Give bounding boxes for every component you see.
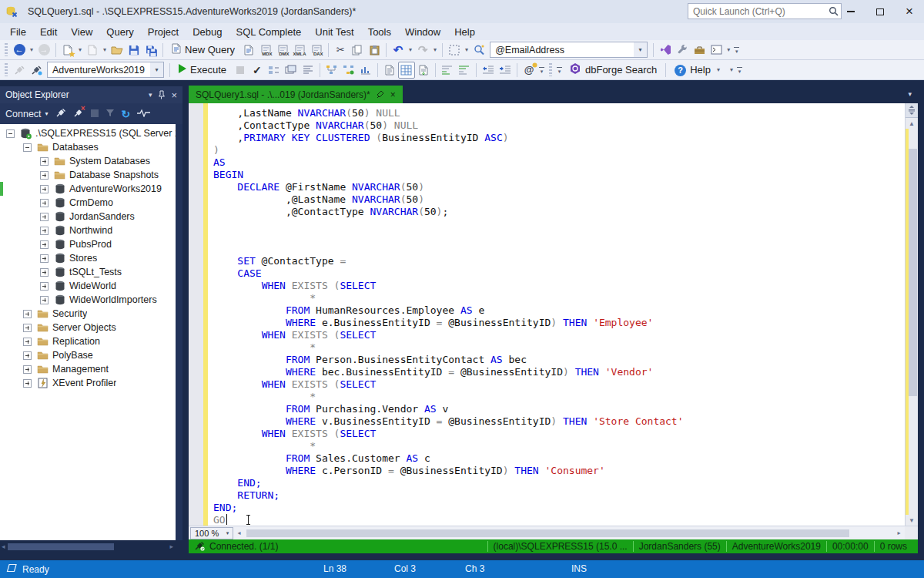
tree-item-stores[interactable]: Stores <box>0 251 182 265</box>
caret-down-icon[interactable]: ▾ <box>407 46 414 53</box>
tab-close-icon[interactable]: × <box>390 89 396 100</box>
add-item-icon[interactable] <box>84 42 101 59</box>
menu-debug[interactable]: Debug <box>186 24 229 40</box>
cut-icon[interactable]: ✂ <box>332 42 349 59</box>
code-area[interactable]: ,LastName NVARCHAR(50) NULL ,ContactType… <box>208 103 918 526</box>
xmla-query-icon[interactable]: XMLA <box>291 42 308 59</box>
menu-file[interactable]: File <box>3 24 33 40</box>
tree-item-security[interactable]: Security <box>0 307 182 321</box>
caret-down-icon[interactable]: ▾ <box>28 46 35 53</box>
quick-launch-input[interactable] <box>688 6 825 17</box>
dmx-query-icon[interactable]: DMX <box>274 42 291 59</box>
tree-expander-plus[interactable] <box>23 338 32 346</box>
change-connection-icon[interactable] <box>28 62 45 79</box>
help-button[interactable]: ?Help▾ <box>669 62 728 79</box>
menu-sql-complete[interactable]: SQL Complete <box>229 24 309 40</box>
toolbar-overflow-icon[interactable]: ▾ <box>537 67 546 73</box>
caret-down-icon[interactable]: ▾ <box>150 62 163 77</box>
email-template-icon[interactable]: @ <box>521 62 537 79</box>
navigate-icon[interactable] <box>470 42 487 59</box>
tree-item-northwind[interactable]: Northwind <box>0 223 182 237</box>
tab-pin-icon[interactable] <box>377 89 384 100</box>
outdent-icon[interactable] <box>480 62 497 79</box>
tree-item-adventureworks2019[interactable]: AdventureWorks2019 <box>0 182 182 196</box>
tree-item-tsqlt-tests[interactable]: tSQLt_Tests <box>0 265 182 279</box>
caret-down-icon[interactable]: ▾ <box>431 46 439 53</box>
menu-query[interactable]: Query <box>99 24 140 40</box>
vertical-scrollbar[interactable]: ▲ ▼ <box>905 103 918 526</box>
tree-expander-plus[interactable] <box>23 324 32 332</box>
results-text-icon[interactable] <box>381 62 398 79</box>
connect-button[interactable]: Connect ▾ <box>5 109 49 119</box>
menu-tools[interactable]: Tools <box>361 24 398 40</box>
tree-item-database-snapshots[interactable]: Database Snapshots <box>0 168 182 182</box>
toolbar-overflow-icon[interactable]: ▾ <box>555 67 564 73</box>
tree-item-wideworld[interactable]: WideWorld <box>0 279 182 293</box>
stop-icon[interactable] <box>232 62 249 79</box>
execute-button[interactable]: Execute <box>173 62 232 79</box>
quick-launch[interactable] <box>688 3 842 19</box>
zoom-combobox[interactable]: 100 % ▾ <box>190 527 233 539</box>
connect-object-icon[interactable] <box>55 107 66 120</box>
tree-item-sqlexpress15-sql-server-15-0-20[interactable]: .\SQLEXPRESS15 (SQL Server 15.0.20 <box>0 126 182 140</box>
tree-item-jordansanders[interactable]: JordanSanders <box>0 210 182 223</box>
hscroll-thumb[interactable] <box>8 543 114 550</box>
save-all-icon[interactable] <box>142 42 159 59</box>
tree-expander-plus[interactable] <box>40 296 49 304</box>
tree-expander-plus[interactable] <box>23 310 32 318</box>
tree-expander-plus[interactable] <box>40 268 49 277</box>
live-stats-icon[interactable] <box>340 62 357 79</box>
tree-item-system-databases[interactable]: System Databases <box>0 154 182 168</box>
menu-view[interactable]: View <box>64 24 99 40</box>
caret-down-icon[interactable]: ▾ <box>728 66 735 73</box>
wrench-icon[interactable] <box>674 42 691 59</box>
nav-forward-icon[interactable]: → <box>35 42 52 59</box>
tree-expander-plus[interactable] <box>40 157 49 166</box>
mdx-query-icon[interactable]: MDX <box>257 42 274 59</box>
connect-plug-icon[interactable] <box>11 62 28 79</box>
panel-close-icon[interactable]: × <box>171 89 177 101</box>
results-grid-icon[interactable] <box>398 62 415 79</box>
tree-item-crmdemo[interactable]: CrmDemo <box>0 196 182 210</box>
dbforge-search-button[interactable]: dbForge Search <box>564 62 662 79</box>
menu-project[interactable]: Project <box>141 24 186 40</box>
object-explorer-hscrollbar[interactable]: ◂ ▸ <box>0 540 182 553</box>
toolbox-icon[interactable] <box>691 42 708 59</box>
new-project-icon[interactable] <box>59 42 76 59</box>
tree-item-polybase[interactable]: PolyBase <box>0 348 182 362</box>
save-icon[interactable] <box>126 42 142 59</box>
scroll-left-icon[interactable]: ◂ <box>2 543 5 550</box>
minimize-button[interactable] <box>836 0 865 23</box>
vs-icon[interactable] <box>657 42 674 59</box>
tree-expander-plus[interactable] <box>40 171 49 180</box>
tab-sqlquery1[interactable]: SQLQuery1.sql - .\...019 (JordanSanders)… <box>189 86 403 103</box>
tree-expander-plus[interactable] <box>40 254 49 263</box>
database-combobox[interactable]: AdventureWorks2019▾ <box>47 62 164 78</box>
tree-item-management[interactable]: Management <box>0 362 182 376</box>
menu-edit[interactable]: Edit <box>33 24 64 40</box>
tree-expander-plus[interactable] <box>23 351 32 360</box>
estimated-plan-icon[interactable] <box>323 62 340 79</box>
menu-window[interactable]: Window <box>398 24 447 40</box>
caret-down-icon[interactable]: ▾ <box>76 46 84 53</box>
template-params-icon[interactable] <box>300 62 316 79</box>
caret-down-icon[interactable]: ▾ <box>463 46 470 53</box>
tree-expander-plus[interactable] <box>40 213 49 221</box>
indent-icon[interactable] <box>497 62 514 79</box>
tree-expander-minus[interactable] <box>23 143 32 152</box>
splitter-handle[interactable] <box>906 103 918 118</box>
menu-help[interactable]: Help <box>447 24 482 40</box>
toolbar-overflow-icon[interactable]: ▾ <box>732 47 741 53</box>
scroll-down-icon[interactable]: ▼ <box>906 515 918 526</box>
new-query-doc-icon[interactable] <box>240 42 257 59</box>
copy-icon[interactable] <box>349 42 366 59</box>
query-options-icon[interactable] <box>266 62 283 79</box>
nav-back-icon[interactable]: ← <box>11 42 28 59</box>
redo-icon[interactable]: ↷ <box>414 42 431 59</box>
vscroll-thumb[interactable] <box>909 149 917 396</box>
tree-expander-plus[interactable] <box>40 227 49 235</box>
toolbar-grip[interactable] <box>5 43 8 56</box>
scroll-up-icon[interactable]: ▲ <box>906 118 918 129</box>
code-editor-body[interactable]: ,LastName NVARCHAR(50) NULL ,ContactType… <box>189 103 918 526</box>
scroll-right-icon[interactable]: ▸ <box>893 529 905 536</box>
